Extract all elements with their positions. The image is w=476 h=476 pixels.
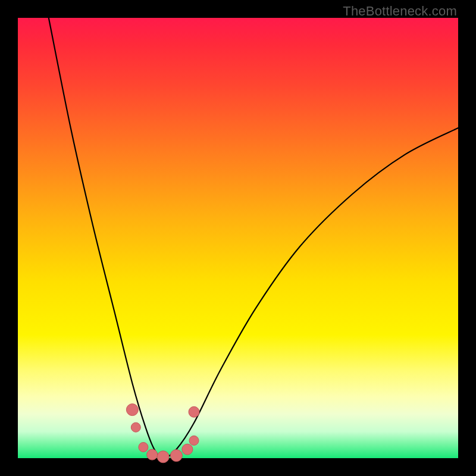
bottleneck-curve bbox=[49, 18, 458, 458]
curve-marker bbox=[147, 449, 158, 460]
curve-marker bbox=[157, 451, 169, 463]
chart-container: TheBottleneck.com bbox=[0, 0, 476, 476]
curve-marker bbox=[189, 436, 199, 445]
curve-marker bbox=[126, 404, 138, 416]
curve-marker bbox=[182, 444, 193, 455]
plot-overlay bbox=[18, 18, 458, 458]
curve-marker bbox=[131, 422, 140, 432]
curve-marker bbox=[139, 443, 148, 452]
curve-marker bbox=[170, 450, 182, 462]
watermark-text: TheBottleneck.com bbox=[343, 4, 457, 19]
curve-marker bbox=[189, 406, 199, 417]
